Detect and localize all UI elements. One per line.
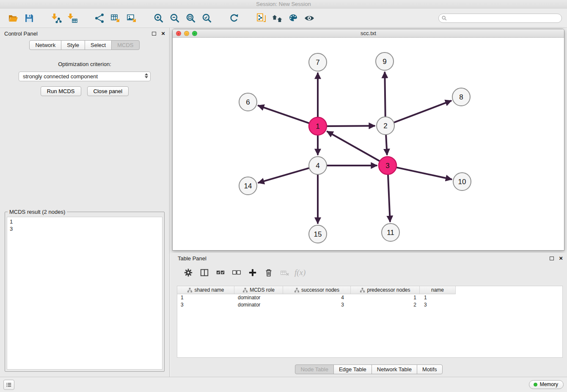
graph-node-15[interactable]: 15 — [309, 225, 327, 243]
mcds-result-list[interactable]: 1 3 — [7, 217, 162, 370]
graph-node-14[interactable]: 14 — [239, 177, 257, 195]
show-hide-button[interactable] — [301, 11, 317, 26]
graph-node-10[interactable]: 10 — [453, 173, 471, 190]
search-input[interactable] — [438, 14, 562, 23]
tab-network-table[interactable]: Network Table — [372, 364, 417, 374]
criterion-dropdown[interactable]: strongly connected component — [19, 72, 151, 81]
close-table-panel-icon[interactable]: × — [559, 255, 563, 261]
table-row[interactable]: 3dominator323 — [177, 301, 562, 309]
export-table-icon — [110, 13, 121, 24]
open-session-button[interactable] — [5, 11, 21, 26]
table-cell: 2 — [351, 301, 420, 309]
graph-edge-2-3[interactable] — [386, 135, 387, 155]
graph-edge-4-14[interactable] — [259, 168, 309, 183]
graph-node-4[interactable]: 4 — [309, 157, 327, 174]
column-header-mcds-role[interactable]: MCDS role — [234, 286, 283, 294]
clone-network-button[interactable] — [253, 11, 269, 26]
network-canvas[interactable]: 7968124314101511 — [173, 38, 564, 250]
graph-edge-3-11[interactable] — [388, 175, 390, 221]
zoom-out-button[interactable] — [167, 11, 183, 26]
svg-text:9: 9 — [383, 58, 386, 66]
graph-node-8[interactable]: 8 — [452, 88, 470, 106]
toolbar-group-import — [48, 11, 80, 26]
delete-table-icon — [280, 268, 289, 277]
tab-select[interactable]: Select — [85, 40, 112, 50]
graph-edge-3-1[interactable] — [328, 132, 380, 161]
minimize-window-icon[interactable]: − — [184, 31, 189, 36]
save-session-button[interactable] — [21, 11, 37, 26]
zoom-in-button[interactable] — [151, 11, 167, 26]
window-title: Session: New Session — [256, 1, 311, 7]
column-header-name[interactable]: name — [420, 286, 456, 294]
svg-text:15: 15 — [314, 230, 322, 238]
tab-motifs[interactable]: Motifs — [417, 364, 443, 374]
table-row[interactable]: 1dominator411 — [177, 294, 562, 301]
select-all-button[interactable] — [214, 266, 227, 279]
column-header-successor-nodes[interactable]: successor nodes — [283, 286, 351, 294]
maximize-window-icon[interactable]: + — [192, 31, 197, 36]
control-panel-title: Control Panel — [4, 30, 38, 37]
add-column-button[interactable] — [246, 266, 259, 279]
export-image-button[interactable] — [124, 11, 140, 26]
table-settings-button[interactable] — [182, 266, 195, 279]
tab-mcds[interactable]: MCDS — [111, 40, 139, 50]
mcds-result-title: MCDS result (2 nodes) — [8, 209, 67, 215]
graph-edge-2-9[interactable] — [385, 72, 385, 116]
delete-column-button[interactable] — [262, 266, 275, 279]
toolbar-search — [438, 14, 562, 23]
apply-style-button[interactable] — [285, 11, 301, 26]
graph-node-2[interactable]: 2 — [377, 117, 394, 135]
table-cell: 3 — [420, 301, 456, 309]
table-panel-tabs: Node Table Edge Table Network Table Moti… — [171, 364, 567, 374]
network-graph[interactable]: 7968124314101511 — [173, 38, 564, 250]
control-panel-tabs: Network Style Select MCDS — [0, 40, 169, 50]
tab-network[interactable]: Network — [29, 40, 61, 50]
column-header-predecessor-nodes[interactable]: predecessor nodes — [351, 286, 420, 294]
close-panel-icon[interactable]: × — [161, 30, 165, 36]
import-network-button[interactable] — [48, 11, 64, 26]
homes-icon — [272, 13, 283, 24]
tab-node-table[interactable]: Node Table — [295, 364, 334, 374]
style-palette-icon — [288, 13, 299, 24]
node-table[interactable]: shared name MCDS role successor nodes pr… — [177, 286, 563, 358]
graph-node-1[interactable]: 1 — [309, 117, 327, 135]
graph-node-6[interactable]: 6 — [239, 93, 257, 111]
graph-node-3[interactable]: 3 — [379, 157, 396, 174]
graph-node-7[interactable]: 7 — [309, 53, 327, 71]
close-panel-button[interactable]: Close panel — [87, 86, 129, 96]
memory-button[interactable]: Memory — [529, 380, 564, 389]
network-window-titlebar[interactable]: scc.txt × − + — [173, 29, 564, 38]
close-window-icon[interactable]: × — [176, 31, 181, 36]
graph-node-9[interactable]: 9 — [376, 52, 394, 70]
import-table-button[interactable] — [64, 11, 80, 26]
column-header-shared-name[interactable]: shared name — [177, 286, 234, 294]
float-table-panel-icon[interactable] — [550, 257, 554, 260]
graph-node-11[interactable]: 11 — [382, 224, 399, 241]
network-overview-button[interactable] — [269, 11, 285, 26]
graph-edge-2-8[interactable] — [394, 101, 451, 122]
zoom-fit-button[interactable] — [183, 11, 199, 26]
tab-style[interactable]: Style — [61, 40, 85, 50]
export-table-button[interactable] — [107, 11, 124, 26]
control-panel: Control Panel × Network Style Select MCD… — [0, 28, 170, 377]
deselect-all-button[interactable] — [230, 266, 243, 279]
tab-edge-table[interactable]: Edge Table — [333, 364, 372, 374]
function-builder-button[interactable]: f(x) — [295, 266, 306, 279]
run-mcds-button[interactable]: Run MCDS — [41, 86, 81, 96]
svg-text:2: 2 — [383, 122, 387, 130]
graph-edge-3-10[interactable] — [397, 168, 451, 179]
svg-text:8: 8 — [459, 93, 463, 101]
svg-text:1: 1 — [316, 122, 319, 130]
share-network-button[interactable] — [91, 11, 107, 26]
graph-edge-1-2[interactable] — [327, 126, 374, 126]
float-panel-icon[interactable] — [152, 32, 156, 36]
zoom-selected-button[interactable] — [199, 11, 215, 26]
show-columns-button[interactable] — [198, 266, 211, 279]
svg-text:4: 4 — [316, 162, 319, 170]
table-header-row: shared name MCDS role successor nodes pr… — [177, 286, 562, 294]
delete-table-button[interactable] — [278, 266, 291, 279]
show-panels-button[interactable] — [3, 380, 14, 390]
network-view-window: scc.txt × − + 7968124314101511 — [172, 29, 564, 251]
refresh-view-button[interactable] — [226, 11, 242, 26]
graph-edge-1-6[interactable] — [259, 106, 309, 123]
